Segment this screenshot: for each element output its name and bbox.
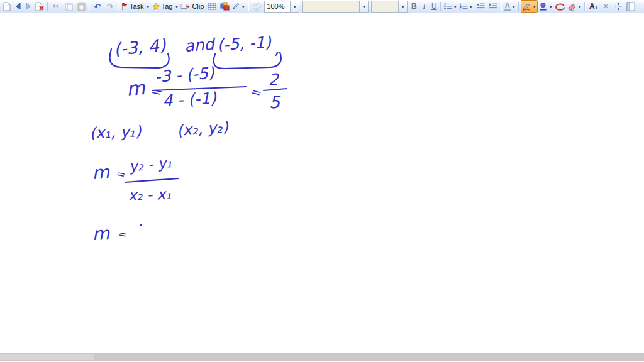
font-size-dropdown-arrow[interactable]: ▼: [398, 1, 407, 12]
undo-button[interactable]: ↶: [91, 0, 104, 13]
horizontal-scrollbar-thumb[interactable]: [0, 354, 94, 360]
table-icon: [208, 3, 216, 10]
bullet-list-dropdown-arrow[interactable]: ▼: [452, 4, 458, 9]
toolbar-separator: [118, 2, 119, 11]
type-text-icon: A I: [589, 2, 597, 11]
insert-table-button[interactable]: [206, 0, 218, 13]
numbered-list-icon: [459, 3, 468, 10]
scissors-icon: ✂: [53, 2, 59, 11]
decrease-indent-icon: [476, 3, 485, 10]
sync-status-button[interactable]: [250, 0, 263, 13]
clip-label: Clip: [192, 3, 204, 10]
bullet-list-button[interactable]: ▼: [443, 0, 458, 13]
highlighter-dropdown-arrow[interactable]: ▼: [548, 4, 553, 9]
zoom-value: 100%: [265, 3, 290, 10]
delete-page-icon: [35, 2, 45, 11]
lasso-icon: [555, 2, 566, 11]
screen-clip-icon: [180, 3, 191, 11]
eraser-button[interactable]: ▼: [567, 0, 583, 13]
numbered-list-button[interactable]: ▼: [458, 0, 474, 13]
ink-pen-button[interactable]: ▼: [231, 0, 247, 13]
font-color-bar: [504, 9, 511, 11]
copy-icon: [64, 2, 74, 11]
insert-space-icon: [614, 2, 623, 11]
numbered-list-dropdown-arrow[interactable]: ▼: [468, 4, 474, 9]
font-color-icon: A: [504, 3, 511, 11]
toolbar-separator: [89, 2, 90, 11]
zoom-select[interactable]: 100% ▼: [264, 1, 299, 13]
pen-tool-icon: [521, 2, 531, 11]
side-panel-button[interactable]: [625, 0, 637, 13]
pen-icon: [231, 2, 240, 11]
task-flag-icon: [121, 3, 128, 11]
eraser-icon: [567, 3, 577, 11]
paste-icon: [77, 2, 86, 11]
back-arrow-icon: [14, 3, 22, 10]
toolbar-separator: [47, 2, 48, 11]
redo-button[interactable]: ↷: [104, 0, 116, 13]
font-size-select[interactable]: ▼: [371, 1, 408, 13]
tag-dropdown-arrow[interactable]: ▼: [174, 4, 179, 9]
redo-icon: ↷: [107, 2, 113, 11]
paste-button[interactable]: [75, 0, 87, 13]
insert-picture-button[interactable]: [218, 0, 231, 13]
highlighter-tool-button[interactable]: ▼: [538, 0, 554, 13]
tag-label: Tag: [162, 3, 173, 10]
font-color-button[interactable]: A ▼: [503, 0, 517, 13]
tag-star-icon: [152, 3, 160, 11]
toolbar-separator: [584, 2, 586, 11]
pen-tool-button[interactable]: ▼: [521, 0, 538, 13]
text-cursor-glyph: I: [596, 4, 597, 11]
eraser-dropdown-arrow[interactable]: ▼: [577, 4, 582, 9]
underline-button[interactable]: U: [429, 0, 439, 13]
task-dropdown-arrow[interactable]: ▼: [145, 4, 151, 9]
sync-icon: [252, 2, 262, 11]
increase-indent-button[interactable]: [487, 0, 499, 13]
delete-x-icon: ✕: [602, 2, 609, 11]
underline-label: U: [431, 2, 437, 11]
font-name-select[interactable]: ▼: [302, 1, 369, 13]
delete-button[interactable]: ✕: [599, 0, 612, 13]
forward-button[interactable]: [23, 0, 33, 13]
bullet-list-icon: [443, 3, 452, 10]
font-color-dropdown-arrow[interactable]: ▼: [511, 4, 516, 9]
insert-space-button[interactable]: [612, 0, 625, 13]
forward-arrow-icon: [25, 3, 32, 10]
pen-dropdown-arrow[interactable]: ▼: [240, 4, 246, 9]
font-color-label: A: [505, 3, 510, 8]
new-page-icon: [3, 2, 11, 11]
lasso-select-button[interactable]: [554, 0, 567, 13]
font-name-dropdown-arrow[interactable]: ▼: [359, 1, 368, 12]
insert-picture-icon: [220, 2, 230, 11]
side-panel-icon: [626, 2, 635, 11]
pen-tool-dropdown-arrow[interactable]: ▼: [531, 4, 537, 9]
zoom-dropdown-arrow[interactable]: ▼: [290, 1, 299, 12]
italic-button[interactable]: I: [419, 0, 429, 13]
note-page-canvas[interactable]: [0, 13, 644, 353]
toolbar-separator: [248, 2, 249, 11]
clip-button[interactable]: Clip: [180, 0, 206, 13]
italic-label: I: [423, 1, 425, 11]
bold-button[interactable]: B: [409, 0, 419, 13]
toolbar-separator: [440, 2, 441, 11]
task-button[interactable]: Task ▼: [120, 0, 152, 13]
main-toolbar: ✂ ↶ ↷ Task ▼ Tag ▼ Clip ▼ 100% ▼: [0, 0, 644, 13]
highlighter-icon: [538, 2, 548, 11]
bold-label: B: [411, 2, 417, 11]
decrease-indent-button[interactable]: [474, 0, 487, 13]
horizontal-scrollbar[interactable]: [0, 353, 644, 361]
delete-page-button[interactable]: [33, 0, 46, 13]
new-page-button[interactable]: [1, 0, 13, 13]
copy-button[interactable]: [62, 0, 75, 13]
type-text-label: A: [589, 2, 595, 11]
type-text-button[interactable]: A I: [587, 0, 599, 13]
toolbar-separator: [501, 2, 502, 11]
toolbar-separator: [518, 2, 519, 11]
back-button[interactable]: [13, 0, 23, 13]
task-label: Task: [130, 3, 144, 10]
cut-button[interactable]: ✂: [50, 0, 62, 13]
undo-icon: ↶: [94, 2, 101, 11]
increase-indent-icon: [489, 3, 497, 10]
tag-button[interactable]: Tag ▼: [152, 0, 180, 13]
